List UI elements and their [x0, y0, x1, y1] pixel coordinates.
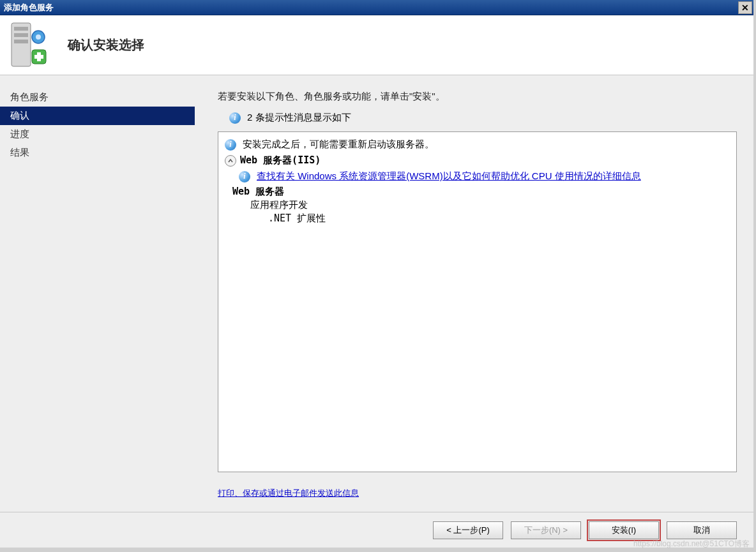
role-tree: Web 服务器 应用程序开发 .NET 扩展性 — [225, 185, 730, 225]
info-icon: i — [239, 171, 250, 183]
title-bar: 添加角色服务 ✕ — [0, 0, 753, 15]
close-button[interactable]: ✕ — [738, 1, 752, 14]
close-icon: ✕ — [741, 3, 749, 13]
iis-heading-line: Web 服务器(IIS) — [225, 153, 730, 169]
restart-notice-text: 安装完成之后，可能需要重新启动该服务器。 — [243, 138, 434, 151]
wizard-header: 确认安装选择 — [0, 15, 753, 75]
svg-rect-2 — [14, 33, 28, 37]
svg-point-5 — [36, 34, 41, 40]
export-link[interactable]: 打印、保存或通过电子邮件发送此信息 — [218, 488, 359, 498]
svg-rect-8 — [34, 55, 43, 59]
info-icon: i — [225, 139, 236, 151]
prev-button[interactable]: < 上一步(P) — [433, 521, 503, 539]
next-button: 下一步(N) > — [511, 521, 581, 539]
iis-heading-text: Web 服务器(IIS) — [240, 154, 321, 167]
collapse-icon[interactable] — [225, 155, 236, 167]
restart-notice-line: i 安装完成之后，可能需要重新启动该服务器。 — [225, 137, 730, 153]
tree-app-dev: 应用程序开发 — [250, 198, 730, 212]
svg-rect-3 — [14, 40, 28, 43]
wsrm-link-line: i 查找有关 Windows 系统资源管理器(WSRM)以及它如何帮助优化 CP… — [239, 169, 730, 185]
cancel-button[interactable]: 取消 — [667, 521, 737, 539]
sidebar-item-progress[interactable]: 进度 — [0, 125, 195, 144]
wizard-sidebar: 角色服务 确认 进度 结果 — [0, 75, 195, 512]
info-count-text: 2 条提示性消息显示如下 — [247, 112, 351, 124]
info-count-line: i 2 条提示性消息显示如下 — [229, 112, 737, 124]
server-role-icon — [8, 22, 49, 69]
svg-rect-1 — [14, 27, 28, 31]
info-icon: i — [229, 112, 241, 124]
tree-web-server: Web 服务器 — [232, 185, 730, 198]
selections-box: i 安装完成之后，可能需要重新启动该服务器。 Web 服务器(IIS) i 查找… — [218, 131, 737, 472]
wizard-body: 角色服务 确认 进度 结果 若要安装以下角色、角色服务或功能，请单击"安装"。 … — [0, 75, 753, 512]
wsrm-link[interactable]: 查找有关 Windows 系统资源管理器(WSRM)以及它如何帮助优化 CPU … — [257, 170, 641, 183]
instruction-text: 若要安装以下角色、角色服务或功能，请单击"安装"。 — [218, 91, 737, 103]
wizard-dialog: 添加角色服务 ✕ 确认安装选择 角色服务 确认 进度 结果 — [0, 0, 753, 548]
main-content: 若要安装以下角色、角色服务或功能，请单击"安装"。 i 2 条提示性消息显示如下… — [195, 75, 753, 512]
export-link-row: 打印、保存或通过电子邮件发送此信息 — [218, 488, 737, 499]
tree-net-ext: .NET 扩展性 — [268, 212, 730, 225]
wizard-footer: < 上一步(P) 下一步(N) > 安装(I) 取消 — [0, 512, 753, 548]
sidebar-item-role-services[interactable]: 角色服务 — [0, 88, 195, 107]
sidebar-item-confirm[interactable]: 确认 — [0, 107, 195, 125]
page-title: 确认安装选择 — [68, 36, 144, 54]
sidebar-item-results[interactable]: 结果 — [0, 144, 195, 162]
window-title: 添加角色服务 — [4, 2, 738, 13]
install-button[interactable]: 安装(I) — [589, 521, 659, 539]
